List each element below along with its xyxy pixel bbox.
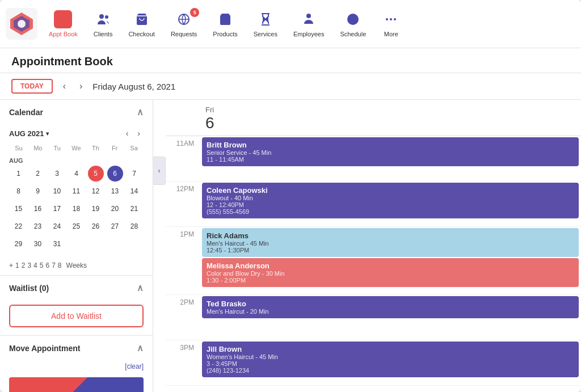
svg-point-13 <box>306 14 311 18</box>
cal-day-10[interactable]: 10 <box>49 183 65 199</box>
appt-time-britt-brown: 11 - 11:45AM <box>207 156 574 163</box>
waitlist-section-header[interactable]: Waitlist (0) ∧ <box>0 276 153 300</box>
cal-day-8[interactable]: 8 <box>11 183 27 199</box>
nav-label-more: More <box>384 31 398 37</box>
calendar-month-nav: AUG 2021 ▾ ‹ › <box>0 124 153 141</box>
add-to-waitlist-button[interactable]: Add to Waitlist <box>9 305 144 327</box>
cal-day-3[interactable]: 3 <box>49 166 65 182</box>
cal-day-11[interactable]: 11 <box>69 183 85 199</box>
cal-day-1[interactable]: 1 <box>11 166 27 182</box>
appt-name-melissa-anderson: Melissa Anderson <box>207 262 574 270</box>
cal-day-17[interactable]: 17 <box>49 201 65 217</box>
cal-day-30[interactable]: 30 <box>30 236 46 252</box>
move-appointment-header[interactable]: Move Appointment ∧ <box>0 336 153 360</box>
calendar-weeks-row: + 1 2 3 4 5 6 7 8 Weeks <box>0 259 153 275</box>
calendar-section-header[interactable]: Calendar ∧ <box>0 100 153 124</box>
cal-day-24[interactable]: 24 <box>49 218 65 234</box>
prev-date-button[interactable]: ‹ <box>60 80 69 92</box>
next-date-button[interactable]: › <box>76 80 86 92</box>
cal-day-14[interactable]: 14 <box>127 183 142 199</box>
cal-day-26[interactable]: 26 <box>88 218 104 234</box>
week-8[interactable]: 8 <box>58 262 62 269</box>
cal-day-9[interactable]: 9 <box>30 183 46 199</box>
cal-day-22[interactable]: 22 <box>11 218 27 234</box>
nav-item-employees[interactable]: Employees <box>285 6 332 42</box>
time-slot-1pm: Rick Adams Men's Haircut - 45 Min 12:45 … <box>200 227 581 294</box>
collapse-panel-button[interactable]: ‹ <box>153 157 166 185</box>
services-icon-wrap <box>256 10 275 28</box>
time-row-11am: 11AM Britt Brown Senior Service - 45 Min… <box>166 136 581 182</box>
appointment-britt-brown[interactable]: Britt Brown Senior Service - 45 Min 11 -… <box>202 137 579 166</box>
cal-day-6[interactable]: 6 <box>107 166 123 182</box>
page-header: Appointment Book <box>0 48 581 73</box>
cal-day-29[interactable]: 29 <box>11 236 27 252</box>
nav-item-requests[interactable]: 5 Requests <box>163 6 205 42</box>
appointment-jill-brown[interactable]: Jill Brown Women's Haircut - 45 Min 3 - … <box>202 342 579 377</box>
appt-time-jill-brown: 3 - 3:45PM <box>207 360 574 367</box>
cal-day-4[interactable]: 4 <box>69 166 85 182</box>
nav-label-appt-book: Appt Book <box>49 31 78 37</box>
cal-day-27[interactable]: 27 <box>107 218 123 234</box>
appointment-melissa-anderson[interactable]: Melissa Anderson Color and Blow Dry - 30… <box>202 258 579 287</box>
weekday-th: Th <box>86 144 105 153</box>
week-4[interactable]: 4 <box>33 262 37 269</box>
nav-item-appt-book[interactable]: Appt Book <box>41 6 86 42</box>
week-1[interactable]: 1 <box>15 262 19 269</box>
appt-service-ted-brasko: Men's Haircut - 20 Min <box>207 308 574 315</box>
next-month-button[interactable]: › <box>134 128 144 139</box>
cal-day-19[interactable]: 19 <box>88 201 104 217</box>
appt-book-icon-wrap <box>54 10 72 28</box>
clear-button[interactable]: [clear] <box>125 363 144 370</box>
cal-day-28[interactable]: 28 <box>127 218 142 234</box>
cal-day-21[interactable]: 21 <box>127 201 142 217</box>
week-2[interactable]: 2 <box>22 262 26 269</box>
week-6[interactable]: 6 <box>45 262 49 269</box>
cal-day-23[interactable]: 23 <box>30 218 46 234</box>
calendar-collapse-icon: ∧ <box>137 107 144 117</box>
cal-day-5[interactable]: 5 <box>88 166 104 182</box>
cal-day-31[interactable]: 31 <box>49 236 65 252</box>
cal-day-16[interactable]: 16 <box>30 201 46 217</box>
move-appointment-visual <box>9 377 144 392</box>
app-logo[interactable] <box>6 8 37 40</box>
cal-day-12[interactable]: 12 <box>88 183 104 199</box>
appt-name-ted-brasko: Ted Brasko <box>207 300 574 308</box>
time-slot-11am: Britt Brown Senior Service - 45 Min 11 -… <box>200 136 581 181</box>
cal-day-20[interactable]: 20 <box>107 201 123 217</box>
cal-day-18[interactable]: 18 <box>69 201 85 217</box>
cal-day-25[interactable]: 25 <box>69 218 85 234</box>
weeks-plus: + <box>9 262 13 269</box>
prev-month-button[interactable]: ‹ <box>123 128 132 139</box>
nav-item-products[interactable]: Products <box>205 6 245 42</box>
week-5[interactable]: 5 <box>40 262 44 269</box>
sidebar: Calendar ∧ AUG 2021 ▾ ‹ › <box>0 100 153 392</box>
appt-service-melissa-anderson: Color and Blow Dry - 30 Min <box>207 270 574 277</box>
month-abbr-label: AUG <box>9 155 144 165</box>
nav-item-services[interactable]: Services <box>246 6 285 42</box>
week-3[interactable]: 3 <box>27 262 31 269</box>
nav-item-clients[interactable]: Clients <box>86 6 121 42</box>
week-7[interactable]: 7 <box>52 262 56 269</box>
cal-day-7[interactable]: 7 <box>127 166 142 182</box>
appointment-rick-adams[interactable]: Rick Adams Men's Haircut - 45 Min 12:45 … <box>202 228 579 257</box>
nav-item-schedule[interactable]: Schedule <box>332 6 374 42</box>
day-name: Fri <box>205 106 214 114</box>
appt-phone-jill-brown: (248) 123-1234 <box>207 367 574 374</box>
appt-time-melissa-anderson: 1:30 - 2:00PM <box>207 277 574 284</box>
weekday-mo: Mo <box>28 144 48 153</box>
nav-item-checkout[interactable]: Checkout <box>120 6 162 42</box>
cal-day-2[interactable]: 2 <box>30 166 46 182</box>
nav-label-services: Services <box>254 31 277 37</box>
nav-label-schedule: Schedule <box>340 31 366 37</box>
time-slot-12pm: Coleen Capowski Blowout - 40 Min 12 - 12… <box>200 182 581 226</box>
appointment-ted-brasko[interactable]: Ted Brasko Men's Haircut - 20 Min <box>202 296 579 318</box>
requests-badge: 5 <box>190 8 199 17</box>
cal-day-15[interactable]: 15 <box>11 201 27 217</box>
nav-items: Appt Book Clients <box>41 6 408 42</box>
time-grid: 11AM Britt Brown Senior Service - 45 Min… <box>166 136 581 386</box>
svg-rect-4 <box>58 15 68 24</box>
cal-day-13[interactable]: 13 <box>107 183 123 199</box>
appointment-coleen-capowski[interactable]: Coleen Capowski Blowout - 40 Min 12 - 12… <box>202 183 579 218</box>
today-button[interactable]: TODAY <box>11 79 53 94</box>
nav-item-more[interactable]: More <box>374 6 408 42</box>
